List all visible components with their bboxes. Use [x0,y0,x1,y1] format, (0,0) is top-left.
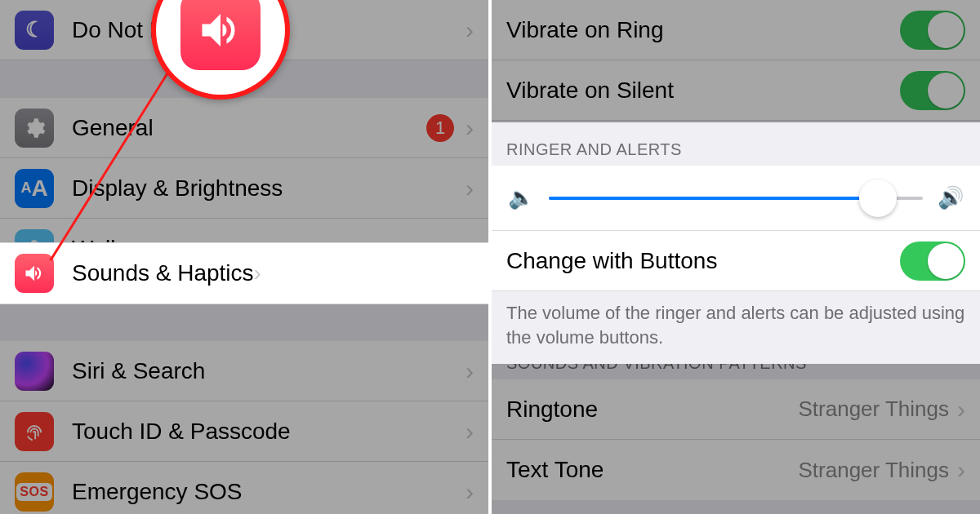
fingerprint-icon [15,412,54,451]
row-text-tone[interactable]: Text Tone Stranger Things › [492,440,980,500]
row-label: Display & Brightness [72,175,466,202]
toggle-change-with-buttons[interactable] [900,241,965,281]
speaker-icon [15,254,54,293]
row-change-with-buttons[interactable]: Change with Buttons [492,231,980,291]
section-footer-change-buttons: The volume of the ringer and alerts can … [492,291,980,364]
row-label: Vibrate on Ring [506,17,900,43]
chevron-right-icon: › [254,260,261,286]
row-display-brightness[interactable]: AA Display & Brightness › [0,158,488,219]
row-label: Text Tone [506,457,798,483]
ringer-alerts-block-highlighted: RINGER AND ALERTS 🔈 🔊 Change with Button… [492,122,980,338]
row-siri-search[interactable]: Siri & Search › [0,341,488,401]
sos-icon: SOS [15,472,54,512]
row-label: Vibrate on Silent [506,78,900,104]
row-value: Stranger Things [798,397,949,422]
row-touch-id[interactable]: Touch ID & Passcode › [0,401,488,462]
row-general[interactable]: General 1 › [0,98,488,158]
chevron-right-icon: › [466,116,474,140]
row-label: Change with Buttons [506,248,900,274]
ringer-volume-slider[interactable] [549,197,923,200]
moon-icon: ☾ [15,11,54,50]
toggle-vibrate-silent[interactable] [900,71,965,110]
gear-icon [15,109,54,148]
row-ringtone[interactable]: Ringtone Stranger Things › [492,379,980,440]
row-emergency-sos[interactable]: SOS Emergency SOS › [0,462,488,514]
speaker-low-icon: 🔈 [508,185,534,210]
chevron-right-icon: › [466,359,474,383]
chevron-right-icon: › [466,480,474,504]
chevron-right-icon: › [466,176,474,201]
row-label: Touch ID & Passcode [72,419,466,445]
notification-badge: 1 [426,114,454,142]
siri-icon [15,352,54,391]
toggle-vibrate-ring[interactable] [900,11,965,50]
chevron-right-icon: › [957,458,965,482]
row-vibrate-on-silent[interactable]: Vibrate on Silent [492,60,980,121]
row-value: Stranger Things [798,458,949,483]
row-label: Ringtone [506,397,798,423]
speaker-high-icon: 🔊 [938,185,964,210]
chevron-right-icon: › [466,419,474,444]
row-label: Sounds & Haptics [72,260,254,286]
chevron-right-icon: › [957,397,965,422]
chevron-right-icon: › [466,18,474,42]
aa-icon: AA [15,169,54,208]
section-header-ringer-alerts: RINGER AND ALERTS [492,122,980,166]
ringer-volume-slider-row: 🔈 🔊 [492,166,980,231]
speaker-icon [180,0,261,70]
row-label: Emergency SOS [72,479,466,505]
row-label: Siri & Search [72,358,466,384]
row-vibrate-on-ring[interactable]: Vibrate on Ring [492,0,980,60]
row-sounds-haptics-highlighted[interactable]: Sounds & Haptics › [0,242,488,304]
